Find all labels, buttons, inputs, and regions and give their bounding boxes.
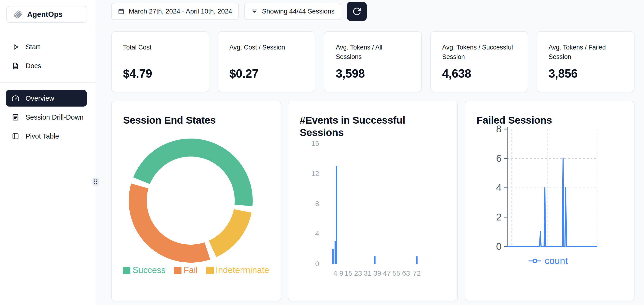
stat-card-avg-cost: Avg. Cost / Session $0.27 [218, 31, 316, 92]
svg-text:8: 8 [496, 123, 502, 135]
svg-text:6: 6 [496, 153, 502, 164]
logo-text: AgentOps [27, 10, 63, 19]
sidebar-item-label: Pivot Table [26, 132, 59, 140]
session-end-states-donut-chart [127, 137, 254, 264]
docs-icon [12, 62, 20, 70]
legend-swatch [123, 267, 130, 274]
legend-swatch [174, 267, 182, 274]
sidebar-nav-secondary: Overview Session Drill-Down Pivot Table [0, 90, 96, 146]
grip-dots-icon [94, 179, 98, 184]
events-bar-chart: 0481216491523313947556372 [288, 101, 458, 301]
svg-text:63: 63 [402, 269, 410, 277]
stat-value: $4.79 [123, 67, 197, 81]
svg-text:39: 39 [373, 269, 381, 277]
calendar-icon [118, 8, 124, 15]
stat-card-avg-tokens-all: Avg. Tokens / All Sessions 3,598 [324, 31, 422, 92]
svg-text:47: 47 [383, 269, 390, 277]
stat-card-avg-tokens-successful: Avg. Tokens / Successful Session 4,638 [430, 31, 528, 92]
refresh-icon [352, 7, 361, 16]
sidebar-item-label: Docs [26, 62, 41, 70]
sidebar-item-docs[interactable]: Docs [6, 56, 90, 75]
stat-value: 3,856 [548, 67, 623, 81]
sidebar-item-overview[interactable]: Overview [6, 90, 87, 107]
session-list-icon [12, 113, 20, 121]
svg-text:23: 23 [354, 269, 362, 277]
sidebar-item-pivot-table[interactable]: Pivot Table [6, 127, 90, 146]
svg-text:4: 4 [315, 230, 319, 237]
legend-swatch [206, 267, 214, 274]
svg-text:55: 55 [392, 269, 400, 277]
logo[interactable]: AgentOps [6, 6, 87, 23]
stats-row: Total Cost $4.79 Avg. Cost / Session $0.… [111, 31, 634, 92]
stat-label: Avg. Tokens / Failed Session [548, 43, 623, 62]
chart-title: Session End States [123, 114, 265, 126]
svg-text:0: 0 [315, 260, 319, 267]
svg-text:4: 4 [496, 182, 502, 193]
svg-text:31: 31 [364, 269, 372, 277]
line-series-marker-icon [528, 258, 542, 264]
sidebar-resize-handle[interactable] [92, 178, 99, 186]
legend-item-success: Success [123, 265, 166, 275]
svg-text:9: 9 [339, 269, 343, 277]
svg-text:4: 4 [333, 269, 338, 277]
sidebar-item-label: Overview [26, 95, 54, 102]
stat-label: Avg. Tokens / All Sessions [336, 43, 410, 62]
stat-label: Total Cost [123, 43, 197, 62]
events-histogram-card: #Events in Successful Sessions 048121649… [288, 101, 458, 301]
sidebar-item-label: Session Drill-Down [26, 113, 84, 121]
legend-label: Fail [184, 265, 198, 275]
svg-text:8: 8 [315, 200, 319, 207]
count-legend-label: count [545, 255, 568, 266]
stat-label: Avg. Cost / Session [230, 43, 304, 62]
count-legend: count [479, 255, 616, 266]
sidebar-item-start[interactable]: Start [6, 38, 90, 56]
session-filter-button[interactable]: Showing 44/44 Sessions [244, 3, 341, 20]
pivot-icon [12, 132, 20, 140]
legend-label: Indeterminate [216, 265, 269, 275]
svg-text:15: 15 [344, 269, 352, 277]
donut-legend: SuccessFailIndeterminate [112, 265, 280, 275]
charts-row: Session End States SuccessFailIndetermin… [111, 101, 634, 301]
filter-icon [251, 8, 258, 15]
stat-value: 4,638 [442, 67, 516, 81]
agentops-logo-icon [12, 9, 23, 20]
sidebar-divider [0, 82, 96, 83]
stat-value: 3,598 [336, 67, 410, 81]
svg-text:16: 16 [311, 139, 319, 147]
date-range-label: March 27th, 2024 - April 10th, 2024 [129, 8, 232, 15]
gauge-icon [12, 95, 20, 102]
legend-label: Success [132, 265, 166, 275]
sidebar-item-session-drill-down[interactable]: Session Drill-Down [6, 108, 90, 127]
sidebar: AgentOps Start Docs Overview [0, 0, 96, 305]
play-icon [12, 43, 20, 51]
stat-card-total-cost: Total Cost $4.79 [111, 31, 209, 92]
stat-value: $0.27 [230, 67, 304, 81]
stat-label: Avg. Tokens / Successful Session [442, 43, 516, 62]
main-content: March 27th, 2024 - April 10th, 2024 Show… [96, 0, 644, 305]
refresh-button[interactable] [347, 2, 367, 21]
sidebar-item-label: Start [26, 43, 40, 51]
legend-item-indeterminate: Indeterminate [206, 265, 269, 275]
sidebar-nav-primary: Start Docs [0, 38, 96, 75]
stat-card-avg-tokens-failed: Avg. Tokens / Failed Session 3,856 [536, 31, 634, 92]
legend-item-fail: Fail [174, 265, 198, 275]
svg-text:72: 72 [413, 269, 421, 277]
svg-text:2: 2 [496, 211, 502, 223]
svg-text:0: 0 [496, 241, 502, 252]
date-range-button[interactable]: March 27th, 2024 - April 10th, 2024 [111, 3, 239, 20]
session-filter-label: Showing 44/44 Sessions [262, 8, 334, 15]
failed-sessions-line-chart: 02468 [465, 101, 634, 301]
topbar: March 27th, 2024 - April 10th, 2024 Show… [111, 2, 634, 21]
svg-text:12: 12 [311, 170, 319, 177]
failed-sessions-card: Failed Sessions 02468 count [465, 101, 634, 301]
session-end-states-card: Session End States SuccessFailIndetermin… [111, 101, 281, 301]
sidebar-divider [0, 30, 96, 30]
